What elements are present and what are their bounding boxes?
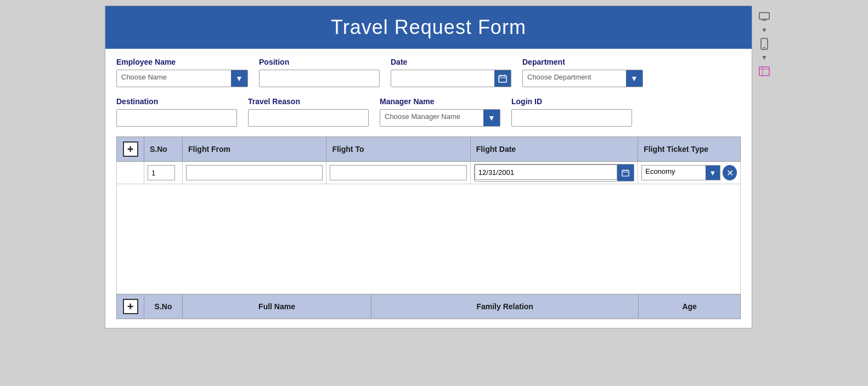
- date-label: Date: [391, 58, 511, 66]
- family-age-header: Age: [639, 294, 741, 319]
- flight-date-calendar-btn[interactable]: [617, 164, 634, 181]
- ticket-type-wrapper: Economy ▼ ✕: [641, 165, 737, 180]
- department-label: Department: [522, 58, 643, 66]
- login-id-label: Login ID: [511, 97, 632, 106]
- manager-name-dropdown-btn[interactable]: ▼: [483, 110, 500, 126]
- employee-name-label: Employee Name: [116, 58, 248, 66]
- travel-reason-label: Travel Reason: [248, 97, 369, 106]
- svg-rect-8: [759, 13, 769, 19]
- family-relation-header: Family Relation: [371, 294, 639, 319]
- login-id-group: Login ID: [511, 97, 632, 127]
- sidebar-controls: ▼ ▼: [754, 5, 774, 82]
- flight-row-spacer: [117, 162, 144, 184]
- employee-name-dropdown-btn[interactable]: ▼: [231, 70, 247, 87]
- monitor-icon[interactable]: [758, 10, 771, 23]
- svg-rect-0: [499, 76, 506, 82]
- flight-table-empty-area: [116, 184, 741, 294]
- add-family-row-btn[interactable]: +: [123, 299, 138, 314]
- employee-name-dropdown[interactable]: Choose Name ▼: [116, 70, 248, 87]
- date-input[interactable]: 12/31/2001: [391, 70, 494, 87]
- department-value[interactable]: Choose Department: [523, 70, 626, 87]
- date-field[interactable]: 12/31/2001: [391, 70, 511, 87]
- form-title: Travel Request Form: [105, 6, 752, 49]
- manager-name-dropdown[interactable]: Choose Manager Name ▼: [380, 109, 500, 127]
- position-group: Position: [259, 58, 380, 87]
- flight-to-input[interactable]: [330, 165, 466, 180]
- travel-reason-group: Travel Reason: [248, 97, 369, 127]
- employee-name-group: Employee Name Choose Name ▼: [116, 58, 248, 87]
- manager-name-group: Manager Name Choose Manager Name ▼: [380, 97, 500, 127]
- flight-ticket-type-cell: Economy ▼ ✕: [638, 162, 741, 184]
- flight-sno-input[interactable]: [148, 165, 175, 180]
- flight-calendar-icon: [622, 169, 629, 177]
- destination-group: Destination: [116, 97, 237, 127]
- svg-rect-4: [622, 171, 629, 177]
- destination-input[interactable]: [116, 109, 237, 127]
- chevron-down-icon-2[interactable]: ▼: [761, 54, 768, 61]
- grid-svg: [759, 66, 770, 76]
- monitor-svg: [759, 12, 770, 21]
- flight-to-header: Flight To: [326, 137, 470, 162]
- flight-to-cell: [326, 162, 470, 184]
- family-table-header: + S.No Full Name Family Relation Age: [117, 294, 741, 319]
- position-input[interactable]: [259, 70, 380, 87]
- department-dropdown-btn[interactable]: ▼: [626, 70, 642, 87]
- phone-icon[interactable]: [758, 37, 771, 50]
- flight-from-header: Flight From: [183, 137, 326, 162]
- delete-flight-row-btn[interactable]: ✕: [723, 165, 737, 180]
- login-id-input[interactable]: [511, 109, 632, 127]
- flight-date-wrapper[interactable]: [474, 164, 634, 181]
- grid-icon[interactable]: [758, 65, 771, 78]
- position-label: Position: [259, 58, 380, 66]
- svg-rect-14: [759, 67, 769, 76]
- date-group: Date 12/31/2001: [391, 58, 511, 87]
- department-dropdown[interactable]: Choose Department ▼: [522, 70, 643, 87]
- flight-table: + S.No Flight From Flight To Flight Date…: [116, 137, 741, 184]
- flight-date-header: Flight Date: [470, 137, 638, 162]
- family-sno-header: S.No: [144, 294, 183, 319]
- ticket-type-value[interactable]: Economy: [642, 166, 706, 180]
- add-flight-row-btn[interactable]: +: [123, 141, 138, 157]
- family-table: + S.No Full Name Family Relation Age: [116, 294, 741, 319]
- flight-table-add-col: +: [117, 137, 144, 162]
- phone-svg: [760, 38, 768, 50]
- flight-sno-cell: [144, 162, 183, 184]
- calendar-icon: [498, 74, 507, 83]
- flight-date-input[interactable]: [475, 164, 617, 180]
- flight-table-header: + S.No Flight From Flight To Flight Date…: [117, 137, 741, 162]
- flight-ticket-type-header: Flight Ticket Type: [638, 137, 741, 162]
- department-group: Department Choose Department ▼: [522, 58, 643, 87]
- flight-sno-header: S.No: [144, 137, 183, 162]
- family-add-col: +: [117, 294, 144, 319]
- flight-date-cell: [470, 162, 638, 184]
- family-fullname-header: Full Name: [183, 294, 371, 319]
- manager-name-label: Manager Name: [380, 97, 500, 106]
- manager-name-value[interactable]: Choose Manager Name: [380, 110, 483, 126]
- employee-name-value[interactable]: Choose Name: [117, 70, 231, 87]
- date-calendar-btn[interactable]: [494, 70, 511, 87]
- table-row: Economy ▼ ✕: [117, 162, 741, 184]
- travel-reason-input[interactable]: [248, 109, 369, 127]
- ticket-type-dropdown[interactable]: Economy ▼: [641, 165, 720, 180]
- chevron-down-icon-1[interactable]: ▼: [761, 26, 768, 34]
- flight-from-input[interactable]: [186, 165, 323, 180]
- ticket-type-dropdown-btn[interactable]: ▼: [706, 166, 720, 180]
- flight-from-cell: [183, 162, 326, 184]
- destination-label: Destination: [116, 97, 237, 106]
